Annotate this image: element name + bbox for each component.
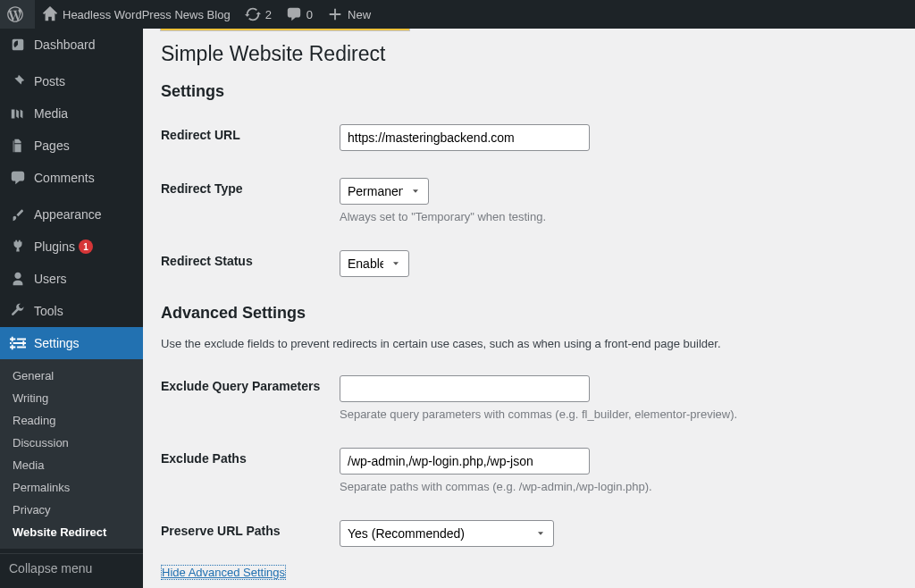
preserve-paths-select[interactable]: Yes (Recommended) <box>340 520 554 547</box>
sidebar-item-pages[interactable]: Pages <box>0 130 143 162</box>
pin-icon <box>9 72 27 90</box>
comment-icon <box>286 6 302 22</box>
redirect-type-select[interactable]: Permanent <box>340 178 429 205</box>
sidebar-item-users[interactable]: Users <box>0 263 143 295</box>
sidebar-item-label: Posts <box>34 74 65 88</box>
advanced-desc: Use the exclude fields to prevent redire… <box>161 337 897 350</box>
wrench-icon <box>9 302 27 320</box>
page-icon <box>9 137 27 155</box>
settings-heading: Settings <box>161 82 897 101</box>
new-label: New <box>348 8 371 21</box>
exclude-query-input[interactable] <box>340 375 590 402</box>
admin-sidebar: Dashboard Posts Media Pages Comments App… <box>0 29 143 588</box>
preserve-paths-label: Preserve URL Paths <box>161 511 340 565</box>
redirect-url-input[interactable] <box>340 124 590 151</box>
comments-icon <box>9 169 27 187</box>
sidebar-item-label: Users <box>34 272 67 286</box>
exclude-paths-label: Exclude Paths <box>161 439 340 511</box>
redirect-status-label: Redirect Status <box>161 241 340 295</box>
sidebar-item-plugins[interactable]: Plugins 1 <box>0 231 143 263</box>
site-title-label: Headless WordPress News Blog <box>63 8 231 21</box>
page-title: Simple Website Redirect <box>161 42 897 66</box>
submenu-item-permalinks[interactable]: Permalinks <box>0 476 143 499</box>
sidebar-item-label: Comments <box>34 171 95 185</box>
submenu-item-writing[interactable]: Writing <box>0 387 143 409</box>
update-icon <box>245 6 261 22</box>
settings-form-table: Redirect URL Redirect Type Permanent Alw… <box>161 115 897 295</box>
sidebar-item-settings[interactable]: Settings <box>0 327 143 359</box>
media-icon <box>9 105 27 122</box>
settings-submenu: General Writing Reading Discussion Media… <box>0 359 143 549</box>
new-menu[interactable]: New <box>320 0 378 29</box>
site-name-menu[interactable]: Headless WordPress News Blog <box>35 0 238 29</box>
redirect-status-select[interactable]: Enabled <box>340 250 409 277</box>
comments-menu[interactable]: 0 <box>279 0 320 29</box>
exclude-paths-desc: Separate paths with commas (e.g. /wp-adm… <box>340 480 897 493</box>
sidebar-item-label: Plugins <box>34 239 75 254</box>
wp-logo-menu[interactable] <box>0 0 35 29</box>
updates-count-label: 2 <box>265 8 272 21</box>
sidebar-item-label: Tools <box>34 304 63 318</box>
exclude-paths-input[interactable] <box>340 448 590 475</box>
home-icon <box>42 6 58 22</box>
toggle-advanced-link[interactable]: Hide Advanced Settings <box>161 565 286 580</box>
plugin-icon <box>9 238 27 256</box>
sliders-icon <box>9 334 27 352</box>
submenu-item-website-redirect[interactable]: Website Redirect <box>0 521 143 543</box>
updates-menu[interactable]: 2 <box>238 0 279 29</box>
redirect-url-label: Redirect URL <box>161 115 340 169</box>
sidebar-item-appearance[interactable]: Appearance <box>0 198 143 231</box>
sidebar-item-dashboard[interactable]: Dashboard <box>0 29 143 61</box>
user-icon <box>9 270 27 288</box>
submenu-item-general[interactable]: General <box>0 365 143 387</box>
sidebar-item-posts[interactable]: Posts <box>0 65 143 97</box>
advanced-form-table: Exclude Query Parameters Separate query … <box>161 366 897 565</box>
brush-icon <box>9 206 27 223</box>
wordpress-logo-icon <box>7 6 23 22</box>
redirect-type-label: Redirect Type <box>161 169 340 241</box>
redirect-type-desc: Always set to "Temporary" when testing. <box>340 210 897 223</box>
sidebar-item-label: Settings <box>34 336 80 350</box>
submenu-item-media[interactable]: Media <box>0 454 143 476</box>
sidebar-item-media[interactable]: Media <box>0 97 143 130</box>
admin-bar: Headless WordPress News Blog 2 0 New <box>0 0 915 29</box>
submenu-item-privacy[interactable]: Privacy <box>0 499 143 521</box>
plus-icon <box>327 6 343 22</box>
advanced-heading: Advanced Settings <box>161 304 897 323</box>
sidebar-item-label: Pages <box>34 139 70 153</box>
collapse-label: Collapse menu <box>9 561 92 575</box>
notice-remnant <box>160 29 410 31</box>
comments-count-label: 0 <box>306 8 313 21</box>
sidebar-item-tools[interactable]: Tools <box>0 295 143 327</box>
sidebar-item-label: Appearance <box>34 207 102 222</box>
submenu-item-discussion[interactable]: Discussion <box>0 432 143 454</box>
exclude-query-label: Exclude Query Parameters <box>161 366 340 439</box>
exclude-query-desc: Separate query parameters with commas (e… <box>340 407 897 421</box>
sidebar-item-label: Media <box>34 106 68 121</box>
main-content: Simple Website Redirect Settings Redirec… <box>143 29 915 588</box>
submenu-item-reading[interactable]: Reading <box>0 409 143 432</box>
sidebar-item-comments[interactable]: Comments <box>0 162 143 194</box>
plugins-badge: 1 <box>79 239 93 254</box>
sidebar-item-label: Dashboard <box>34 38 96 52</box>
dashboard-icon <box>9 36 27 54</box>
collapse-menu-button[interactable]: Collapse menu <box>0 553 143 583</box>
